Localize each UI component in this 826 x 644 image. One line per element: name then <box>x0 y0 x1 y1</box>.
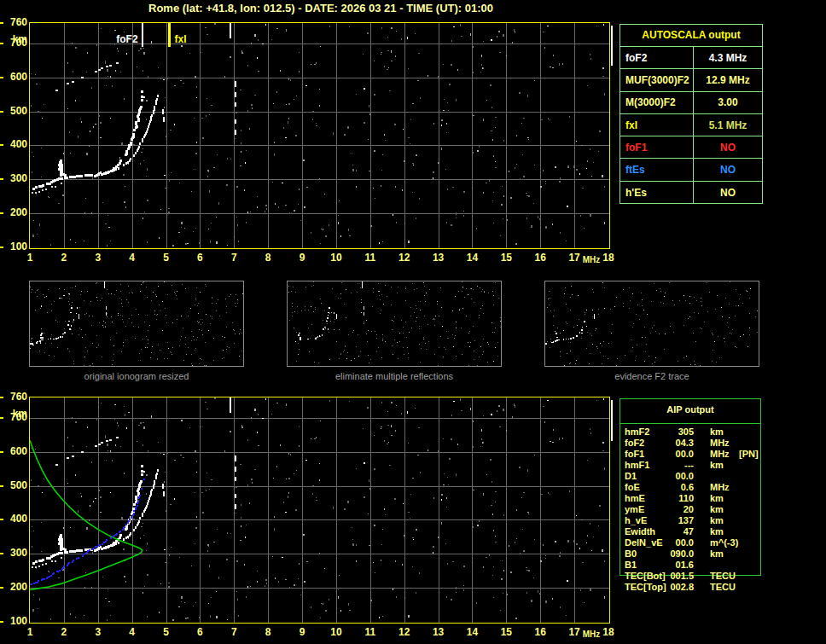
y-tick-mark <box>0 247 3 248</box>
y-tick-label: 300 <box>2 173 27 184</box>
thumbnail-2-canvas <box>288 281 501 366</box>
x-tick-label: 6 <box>189 252 210 264</box>
parameter-label: h_vE <box>625 515 647 525</box>
ionogram-top-frame <box>29 22 610 249</box>
x-tick-label: 13 <box>428 252 449 264</box>
autoscala-table-header: AUTOSCALA output <box>620 25 762 47</box>
aip-row-h_vE: h_vE137km <box>625 515 774 526</box>
y-tick-mark <box>0 451 3 453</box>
y-tick-label: 400 <box>2 513 27 525</box>
thumbnail-caption: evidence F2 trace <box>545 371 759 381</box>
parameter-value: MHz <box>710 438 730 448</box>
x-tick-label: 8 <box>258 626 278 638</box>
aip-row-foF1: foF100.0MHz[PN] <box>625 449 774 460</box>
y-tick-mark <box>0 111 3 113</box>
autoscala-row-foF1: foF1NO <box>620 136 762 159</box>
parameter-label: foF1 <box>625 449 644 459</box>
thumbnail-1 <box>29 281 244 367</box>
parameter-label: foF2 <box>620 47 694 68</box>
x-tick-label: 10 <box>326 252 346 264</box>
aip-row-TEC[Top]: TEC[Top]002.8TECU <box>625 582 774 593</box>
parameter-value: 00.0 <box>651 471 694 481</box>
parameter-value: 001.5 <box>651 571 694 581</box>
x-tick-label: 15 <box>496 626 516 638</box>
y-tick-label: 760 <box>2 392 27 403</box>
parameter-value: --- <box>651 460 694 470</box>
parameter-label: B0 <box>625 548 637 559</box>
x-tick-label: 3 <box>88 626 108 638</box>
thumbnail-3-canvas <box>545 281 759 366</box>
parameter-value: 00.0 <box>651 449 694 459</box>
y-tick-mark <box>0 621 3 623</box>
parameter-value: 5.1 MHz <box>694 114 762 136</box>
thumbnail-3 <box>544 281 759 367</box>
parameter-label: MUF(3000)F2 <box>620 69 694 90</box>
marker-label-fxI: fxI <box>175 33 187 45</box>
aip-row-hmE: hmE110km <box>625 493 774 504</box>
ionogram-bottom-frame <box>29 397 610 624</box>
autoscala-row-foF2: foF24.3 MHz <box>620 47 762 69</box>
x-axis-unit-label: MHz <box>579 255 603 264</box>
marker-label-foF2: foF2 <box>104 33 138 45</box>
autoscala-row-fxI: fxI5.1 MHz <box>620 114 762 136</box>
interference-line <box>611 26 613 66</box>
aip-row-foF2: foF204.3MHz <box>625 438 774 449</box>
thumbnail-1-canvas <box>30 281 243 366</box>
parameter-label: B1 <box>625 560 637 570</box>
parameter-value: 110 <box>651 493 694 503</box>
y-tick-mark <box>0 178 3 180</box>
parameter-value: km <box>710 504 724 514</box>
aip-row-hmF1: hmF1---km <box>625 460 774 471</box>
parameter-label: fxI <box>620 114 694 136</box>
y-tick-label: 200 <box>2 207 27 218</box>
parameter-value: km <box>710 493 724 503</box>
x-tick-label: 14 <box>462 252 482 264</box>
x-tick-label: 15 <box>496 252 516 264</box>
y-tick-mark <box>0 212 3 214</box>
x-tick-label: 8 <box>258 252 278 264</box>
y-tick-label: 200 <box>2 582 27 593</box>
parameter-label: hmF1 <box>625 460 649 470</box>
x-tick-label: 9 <box>292 626 312 638</box>
parameter-label: hmF2 <box>625 426 649 437</box>
autoscala-table-rows: foF24.3 MHzMUF(3000)F212.9 MHzM(3000)F23… <box>620 47 762 204</box>
ionogram-top-canvas <box>30 23 609 248</box>
y-tick-mark <box>0 144 3 146</box>
x-tick-label: 12 <box>394 626 415 638</box>
parameter-label: D1 <box>625 471 637 481</box>
y-tick-label: 400 <box>2 139 27 150</box>
x-tick-label: 2 <box>54 252 74 264</box>
parameter-value: km <box>710 515 724 525</box>
parameter-label: h'Es <box>620 182 694 204</box>
x-tick-label: 16 <box>530 626 550 638</box>
parameter-value: MHz <box>710 482 730 492</box>
y-axis-unit-label: km <box>2 34 27 45</box>
parameter-value: TECU <box>710 582 736 592</box>
x-tick-label: 4 <box>122 626 143 638</box>
parameter-label: foE <box>625 482 640 492</box>
parameter-value: km <box>710 460 724 470</box>
x-tick-label: 5 <box>156 626 177 638</box>
parameter-value: 090.0 <box>651 548 694 559</box>
parameter-value: km <box>710 548 724 559</box>
autoscala-screen: Rome (lat: +41.8, lon: 012.5) - DATE: 20… <box>0 0 826 644</box>
y-tick-label: 500 <box>2 106 27 117</box>
x-tick-label: 13 <box>428 626 449 638</box>
x-tick-label: 16 <box>530 252 550 264</box>
autoscala-row-ftEs: ftEsNO <box>620 159 762 181</box>
parameter-value: NO <box>694 159 762 180</box>
aip-row-B1: B101.6 <box>625 560 774 571</box>
aip-table-rows: hmF2305kmfoF204.3MHzfoF100.0MHz[PN]hmF1-… <box>625 426 774 593</box>
parameter-value: 00.0 <box>651 537 694 548</box>
y-tick-mark <box>0 553 3 554</box>
parameter-value: TECU <box>710 571 736 581</box>
parameter-value: 002.8 <box>651 582 694 592</box>
x-tick-label: 14 <box>462 626 482 638</box>
aip-row-TEC[Bot]: TEC[Bot]001.5TECU <box>625 571 774 582</box>
x-tick-label: 7 <box>224 252 244 264</box>
parameter-value: MHz <box>710 449 730 459</box>
thumbnail-caption: eliminate multiple reflections <box>288 371 501 381</box>
y-tick-label: 600 <box>2 446 27 457</box>
x-tick-label: 5 <box>156 252 177 264</box>
aip-row-foE: foE0.6MHz <box>625 482 774 493</box>
